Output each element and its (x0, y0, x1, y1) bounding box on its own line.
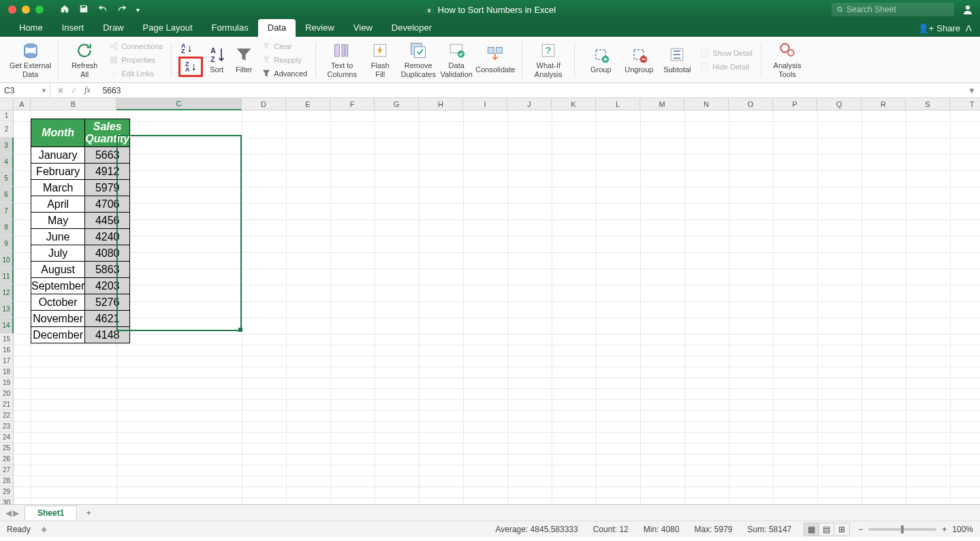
column-header-G[interactable]: G (375, 98, 419, 110)
zoom-out-button[interactable]: − (858, 525, 863, 534)
row-header-7[interactable]: 7 (0, 203, 14, 219)
row-header-9[interactable]: 9 (0, 236, 14, 252)
row-header-27[interactable]: 27 (0, 465, 14, 476)
cell-month[interactable]: November (31, 311, 85, 327)
group-button[interactable]: Group (582, 45, 620, 74)
sort-ascending-button[interactable]: AZ↓ (178, 42, 195, 55)
row-header-12[interactable]: 12 (0, 285, 14, 301)
close-window-button[interactable] (8, 5, 16, 14)
cell-month[interactable]: September (31, 278, 85, 294)
row-header-24[interactable]: 24 (0, 432, 14, 443)
cell-month[interactable]: July (31, 245, 85, 262)
row-header-21[interactable]: 21 (0, 399, 14, 410)
cell-value[interactable]: 4148 (85, 327, 130, 343)
data-validation-button[interactable]: Data Validation (437, 41, 475, 78)
qat-dropdown-icon[interactable]: ▾ (136, 6, 140, 14)
row-header-15[interactable]: 15 (0, 334, 14, 345)
sort-descending-button[interactable]: ZA↓ (178, 57, 203, 77)
column-header-B[interactable]: B (31, 98, 116, 110)
remove-duplicates-button[interactable]: Remove Duplicates (399, 41, 437, 78)
cell-value[interactable]: 5663 (85, 147, 130, 164)
normal-view-button[interactable]: ▦ (804, 523, 819, 536)
row-header-6[interactable]: 6 (0, 187, 14, 203)
row-header-3[interactable]: 3 (0, 138, 14, 154)
column-header-A[interactable]: A (14, 98, 31, 110)
row-header-25[interactable]: 25 (0, 443, 14, 454)
header-sales-quantity[interactable]: Sales Quantity (85, 119, 130, 147)
column-header-P[interactable]: P (773, 98, 817, 110)
row-header-5[interactable]: 5 (0, 170, 14, 187)
row-header-26[interactable]: 26 (0, 454, 14, 465)
tab-view[interactable]: View (344, 19, 382, 37)
page-layout-view-button[interactable]: ▤ (819, 523, 834, 536)
flash-fill-button[interactable]: Flash Fill (361, 41, 399, 78)
sheet-nav-prev-icon[interactable]: ◀ (5, 508, 12, 518)
column-header-M[interactable]: M (640, 98, 684, 110)
row-header-14[interactable]: 14 (0, 318, 14, 334)
cell-month[interactable]: August (31, 262, 85, 278)
zoom-level[interactable]: 100% (952, 525, 973, 534)
row-header-11[interactable]: 11 (0, 268, 14, 285)
tab-insert[interactable]: Insert (52, 19, 94, 37)
column-header-F[interactable]: F (330, 98, 375, 110)
cell-value[interactable]: 4621 (85, 311, 130, 327)
add-sheet-button[interactable]: + (81, 506, 96, 521)
redo-icon[interactable] (117, 4, 127, 16)
consolidate-button[interactable]: Consolidate (475, 45, 515, 74)
cell-value[interactable]: 4912 (85, 164, 130, 180)
macro-record-icon[interactable]: ⎆ (42, 525, 46, 534)
column-header-K[interactable]: K (552, 98, 596, 110)
column-header-D[interactable]: D (242, 98, 286, 110)
column-header-I[interactable]: I (463, 98, 507, 110)
sheet-nav-next-icon[interactable]: ▶ (13, 508, 19, 518)
column-header-R[interactable]: R (862, 98, 906, 110)
header-month[interactable]: Month (31, 119, 85, 147)
row-header-13[interactable]: 13 (0, 301, 14, 318)
tab-page-layout[interactable]: Page Layout (133, 19, 202, 37)
whatif-analysis-button[interactable]: ?What-If Analysis (529, 41, 567, 78)
tab-formulas[interactable]: Formulas (202, 19, 258, 37)
cell-month[interactable]: June (31, 229, 85, 245)
row-header-16[interactable]: 16 (0, 345, 14, 356)
row-header-2[interactable]: 2 (0, 121, 14, 138)
analysis-tools-button[interactable]: Analysis Tools (768, 41, 806, 78)
share-button[interactable]: 👤+Share (918, 23, 960, 33)
row-header-4[interactable]: 4 (0, 154, 14, 170)
column-header-J[interactable]: J (507, 98, 552, 110)
column-header-L[interactable]: L (596, 98, 640, 110)
cell-value[interactable]: 4203 (85, 278, 130, 294)
row-header-1[interactable]: 1 (0, 110, 14, 121)
column-header-O[interactable]: O (729, 98, 773, 110)
row-header-20[interactable]: 20 (0, 388, 14, 399)
search-sheet-input[interactable] (847, 5, 949, 14)
cell-value[interactable]: 5863 (85, 262, 130, 278)
tab-developer[interactable]: Developer (382, 19, 441, 37)
sort-button[interactable]: AZ Sort (203, 45, 230, 74)
advanced-filter-button[interactable]: Advanced (260, 67, 309, 80)
zoom-in-button[interactable]: + (942, 525, 947, 534)
row-header-19[interactable]: 19 (0, 377, 14, 388)
filter-button[interactable]: Filter (230, 45, 257, 74)
ungroup-button[interactable]: Ungroup (620, 45, 658, 74)
undo-icon[interactable] (98, 4, 108, 16)
row-header-22[interactable]: 22 (0, 410, 14, 421)
column-header-S[interactable]: S (906, 98, 950, 110)
column-header-Q[interactable]: Q (817, 98, 862, 110)
cell-month[interactable]: January (31, 147, 85, 164)
row-header-10[interactable]: 10 (0, 252, 14, 268)
expand-formula-bar-icon[interactable]: ▼ (968, 86, 980, 95)
text-to-columns-button[interactable]: Text to Columns (323, 41, 361, 78)
tab-draw[interactable]: Draw (93, 19, 133, 37)
cancel-formula-icon[interactable]: ✕ (57, 86, 64, 95)
zoom-slider[interactable] (868, 528, 936, 531)
cell-month[interactable]: February (31, 164, 85, 180)
subtotal-button[interactable]: Subtotal (658, 45, 696, 74)
column-header-T[interactable]: T (950, 98, 980, 110)
row-header-17[interactable]: 17 (0, 356, 14, 367)
fx-icon[interactable]: fx (84, 85, 91, 95)
search-sheet-box[interactable] (832, 3, 954, 16)
cell-value[interactable]: 4706 (85, 196, 130, 213)
cell-month[interactable]: December (31, 327, 85, 343)
minimize-window-button[interactable] (22, 5, 30, 14)
refresh-all-button[interactable]: Refresh All (65, 41, 104, 78)
